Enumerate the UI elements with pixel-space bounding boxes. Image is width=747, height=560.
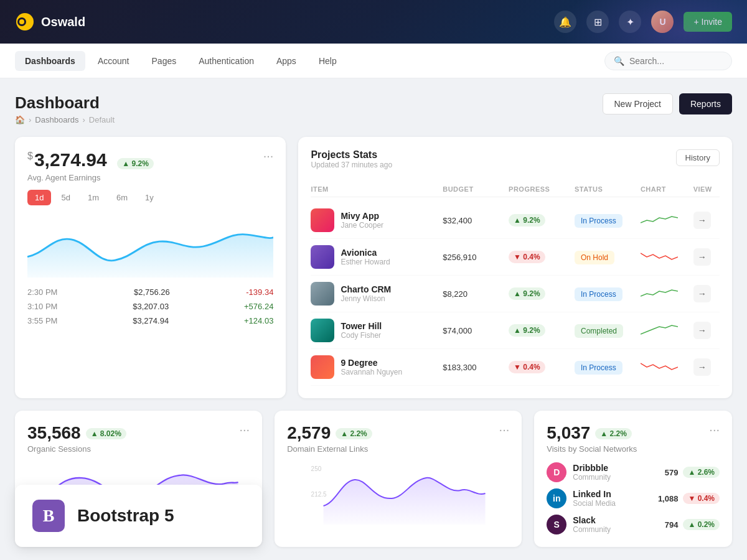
chart-2 — [641, 285, 693, 302]
view-btn-0[interactable]: → — [693, 212, 711, 229]
stats-row-0: 2:30 PM $2,756.26 -139.34 — [27, 287, 273, 297]
time-2: 3:55 PM — [27, 316, 57, 325]
history-button[interactable]: History — [676, 149, 720, 166]
breadcrumb-home-icon: 🏠 — [15, 115, 25, 124]
project-name-0: Mivy App — [341, 211, 383, 221]
dashboard-bottom-grid: 35,568 ▲ 8.02% Organic Sessions ··· — [15, 411, 732, 547]
view-btn-3[interactable]: → — [693, 322, 711, 339]
project-thumb-1 — [311, 245, 334, 269]
project-names-2: Charto CRM Jenny Wilson — [341, 284, 391, 303]
breadcrumb-sep2: › — [82, 115, 85, 124]
col-budget: BUDGET — [443, 185, 509, 193]
sessions-more-button[interactable]: ··· — [239, 423, 250, 436]
table-row: Tower Hill Cody Fisher $74,000 ▲ 9.2% Co… — [311, 312, 720, 349]
time-btn-6m[interactable]: 6m — [109, 190, 135, 205]
progress-3: ▲ 9.2% — [509, 324, 575, 337]
earnings-chart — [27, 215, 273, 278]
social-amount-row: 5,037 ▲ 2.2% — [547, 423, 637, 444]
col-progress: PROGRESS — [509, 185, 575, 193]
social-row-1: in Linked In Social Media 1,088 ▼ 0.4% — [547, 488, 720, 508]
new-project-button[interactable]: New Project — [603, 93, 673, 114]
earnings-label: Avg. Agent Earnings — [27, 173, 273, 182]
change-1: +576.24 — [244, 302, 273, 311]
domain-amount-row: 2,579 ▲ 2.2% — [287, 423, 372, 444]
grid-icon[interactable]: ⊞ — [586, 11, 609, 33]
project-names-4: 9 Degree Savannah Nguyen — [341, 358, 402, 376]
social-names-0: Dribbble Community — [573, 463, 611, 482]
sessions-amount: 35,568 — [27, 423, 81, 443]
page-header-buttons: New Project Reports — [603, 93, 733, 114]
stats-row-1: 3:10 PM $3,207.03 +576.24 — [27, 302, 273, 311]
chart-4 — [641, 358, 693, 376]
project-thumb-0 — [311, 208, 334, 232]
nav-item-authentication[interactable]: Authentication — [189, 51, 264, 71]
domain-more-button[interactable]: ··· — [499, 423, 510, 436]
nav-item-help[interactable]: Help — [309, 51, 347, 71]
page-header: Dashboard 🏠 › Dashboards › Default New P… — [15, 93, 732, 124]
time-btn-1y[interactable]: 1y — [138, 190, 161, 205]
earnings-header: $3,274.94 ▲ 9.2% ··· — [27, 149, 273, 170]
time-btn-5d[interactable]: 5d — [54, 190, 77, 205]
social-info-1: in Linked In Social Media — [547, 488, 616, 508]
social-label: Visits by Social Networks — [547, 444, 637, 454]
social-value-1: 1,088 — [658, 494, 679, 503]
social-name-2: Slack — [573, 515, 611, 525]
social-names-2: Slack Community — [573, 515, 611, 534]
nav-item-pages[interactable]: Pages — [142, 51, 187, 71]
project-info-0: Mivy App Jane Cooper — [311, 208, 443, 232]
time-btn-1d[interactable]: 1d — [27, 190, 51, 205]
domain-header: 2,579 ▲ 2.2% Domain External Links ··· — [287, 423, 509, 462]
invite-button[interactable]: + Invite — [684, 12, 732, 32]
social-more-button[interactable]: ··· — [709, 423, 720, 436]
domain-label: Domain External Links — [287, 444, 372, 454]
social-change-0: ▲ 2.6% — [683, 467, 720, 478]
budget-0: $32,400 — [443, 216, 509, 225]
reports-button[interactable]: Reports — [679, 93, 732, 114]
social-amount: 5,037 — [547, 423, 590, 443]
share-icon[interactable]: ✦ — [619, 11, 641, 33]
projects-title: Projects Stats — [311, 149, 392, 161]
amount-1: $3,207.03 — [133, 302, 169, 311]
avatar[interactable]: U — [651, 11, 674, 33]
earnings-card: $3,274.94 ▲ 9.2% ··· Avg. Agent Earnings… — [15, 137, 286, 398]
chart-1 — [641, 248, 693, 266]
earnings-more-button[interactable]: ··· — [263, 149, 274, 162]
project-info-2: Charto CRM Jenny Wilson — [311, 282, 443, 306]
breadcrumb-dashboards[interactable]: Dashboards — [35, 115, 78, 124]
nav-item-apps[interactable]: Apps — [266, 51, 306, 71]
domain-title-area: 2,579 ▲ 2.2% Domain External Links — [287, 423, 372, 462]
domain-amount: 2,579 — [287, 423, 331, 443]
search-input[interactable] — [629, 56, 723, 66]
page-title: Dashboard — [15, 93, 115, 113]
sessions-amount-row: 35,568 ▲ 8.02% — [27, 423, 126, 444]
social-row-2: S Slack Community 794 ▲ 0.2% — [547, 515, 720, 534]
status-4: In Process — [575, 362, 641, 373]
project-owner-3: Cody Fisher — [341, 331, 382, 340]
notifications-icon[interactable]: 🔔 — [554, 11, 576, 33]
budget-2: $8,220 — [443, 289, 509, 299]
progress-4: ▼ 0.4% — [509, 361, 575, 373]
social-rows: D Dribbble Community 579 ▲ 2.6% in — [547, 462, 720, 534]
time-btn-1m[interactable]: 1m — [80, 190, 106, 205]
social-type-1: Social Media — [573, 499, 616, 508]
social-type-0: Community — [573, 473, 611, 482]
project-thumb-2 — [311, 282, 334, 306]
earnings-amount: $3,274.94 ▲ 9.2% — [27, 149, 154, 170]
page-content: Dashboard 🏠 › Dashboards › Default New P… — [0, 78, 747, 560]
projects-header: Projects Stats Updated 37 minutes ago Hi… — [311, 149, 720, 179]
social-info-0: D Dribbble Community — [547, 462, 611, 482]
project-name-3: Tower Hill — [341, 321, 382, 331]
social-type-2: Community — [573, 525, 611, 534]
projects-card: Projects Stats Updated 37 minutes ago Hi… — [298, 137, 732, 398]
time-1: 3:10 PM — [27, 302, 57, 311]
sessions-card: 35,568 ▲ 8.02% Organic Sessions ··· — [15, 411, 262, 547]
nav-item-account[interactable]: Account — [88, 51, 139, 71]
project-name-2: Charto CRM — [341, 284, 391, 294]
project-names-3: Tower Hill Cody Fisher — [341, 321, 382, 340]
view-btn-1[interactable]: → — [693, 248, 711, 266]
logo-icon — [15, 12, 35, 32]
view-btn-2[interactable]: → — [693, 285, 711, 302]
chart-0 — [641, 212, 693, 229]
nav-item-dashboards[interactable]: Dashboards — [15, 51, 85, 71]
view-btn-4[interactable]: → — [693, 358, 711, 376]
